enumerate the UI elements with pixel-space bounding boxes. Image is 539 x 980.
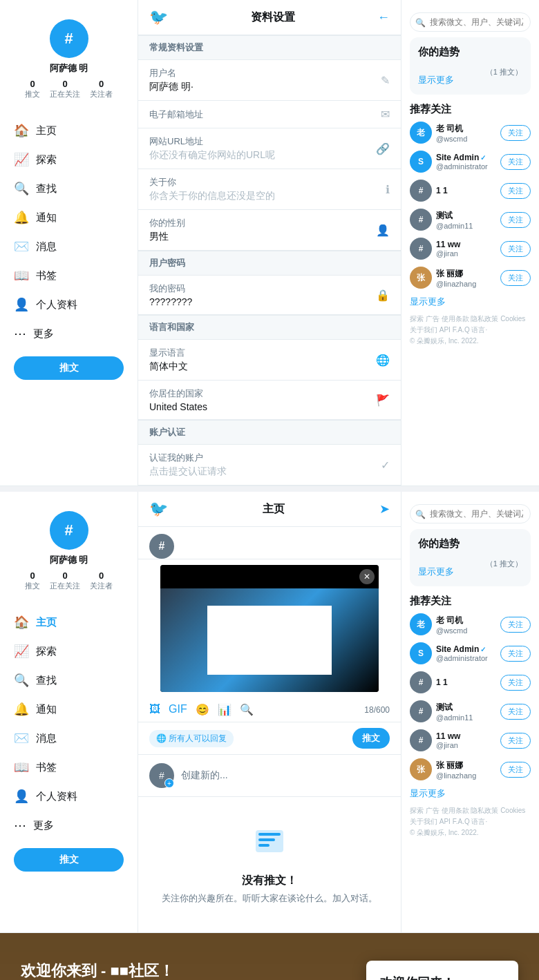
empty-state-title: 没有推文！ (242, 874, 297, 888)
website-field[interactable]: 网站URL地址 你还没有确定你网站的URL呢 🔗 (138, 128, 401, 169)
follow-button-0[interactable]: 关注 (500, 125, 531, 141)
rec-avatar-2: # (410, 180, 432, 202)
sidebar-item-notify-s2[interactable]: 🔔通知 (0, 695, 138, 724)
notify-icon-s2: 🔔 (14, 702, 29, 717)
search-input-s1[interactable] (410, 12, 531, 32)
more-icon-s2: ⋯ (14, 818, 26, 833)
stats-row: 0 推文 0 正在关注 0 关注者 (25, 79, 113, 99)
sidebar-item-profile-s2[interactable]: 👤个人资料 (0, 782, 138, 811)
email-field[interactable]: 电子邮箱地址 ✉ (138, 101, 401, 128)
trends-box-s1: 你的趋势 （1 推文） 显示更多 (410, 37, 531, 95)
poll-icon[interactable]: 📊 (218, 703, 231, 716)
gender-field[interactable]: 你的性别 男性 👤 (138, 210, 401, 251)
rec-avatar-s2-0: 老 (410, 613, 432, 635)
stats-row-s2: 0 推文 0 正在关注 0 关注者 (25, 570, 113, 591)
follow-button-s2-4[interactable]: 关注 (500, 733, 531, 749)
follow-button-s2-2[interactable]: 关注 (500, 675, 531, 691)
settings-section: # 阿萨德 明 0 推文 0 正在关注 0 关注者 🏠主页 📈探索 🔍 (0, 0, 539, 486)
follow-button-2[interactable]: 关注 (500, 183, 531, 199)
about-field[interactable]: 关于你 你含关于你的信息还没是空的 ℹ (138, 169, 401, 210)
home-title: 主页 (263, 502, 285, 517)
sidebar-item-notify[interactable]: 🔔通知 (0, 203, 138, 232)
home-header: 🐦 主页 ➤ (138, 492, 401, 527)
reply-option-button[interactable]: 🌐 所有人可以回复 (149, 730, 234, 747)
rec-user-s2-5: 张 张 丽娜 @linazhang 关注 (410, 758, 531, 780)
sidebar-item-explore-s2[interactable]: 📈探索 (0, 637, 138, 666)
sidebar-item-more-s2[interactable]: ⋯更多 (0, 811, 138, 840)
svg-rect-3 (258, 844, 270, 847)
password-field[interactable]: 我的密码 ???????? 🔒 (138, 276, 401, 315)
home-section: # 阿萨德 明 0 推文 0 正在关注 0 关注者 🏠主页 📈探索 🔍 (0, 492, 539, 933)
explore-icon: 📈 (14, 152, 29, 167)
gif-icon[interactable]: GIF (169, 703, 187, 716)
rec-avatar-s2-4: # (410, 729, 432, 751)
section-divider-1 (0, 486, 539, 492)
settings-section3-title: 语言和国家 (138, 315, 401, 340)
search-compose-icon[interactable]: 🔍 (240, 703, 254, 716)
tweet-button-s2[interactable]: 推文 (14, 848, 124, 872)
followers-stat-s2: 0 关注者 (90, 570, 113, 591)
sidebar-item-message[interactable]: ✉️消息 (0, 232, 138, 261)
verify-field[interactable]: 认证我的账户 点击提交认证请求 ✓ (138, 445, 401, 486)
sidebar-item-more[interactable]: ⋯更多 (0, 319, 138, 348)
nav-list-s2: 🏠主页 📈探索 🔍查找 🔔通知 ✉️消息 📖书签 👤个人资料 ⋯更多 (0, 608, 138, 840)
sidebar-item-message-s2[interactable]: ✉️消息 (0, 724, 138, 753)
verified-badge-s2-1: ✓ (480, 646, 486, 653)
login-card: 欢迎你回来！ 登录你的账号卡 电子邮地址 密码 登录 或者注册一个新户再登录 要… (366, 961, 518, 980)
follow-button-s2-5[interactable]: 关注 (500, 762, 531, 778)
empty-state-icon (253, 825, 286, 865)
sidebar-item-find[interactable]: 🔍查找 (0, 174, 138, 203)
send-icon[interactable]: ➤ (379, 501, 390, 517)
link-icon: 🔗 (376, 142, 390, 155)
show-more-recommend-s1[interactable]: 显示更多 (410, 296, 531, 308)
sidebar: # 阿萨德 明 0 推文 0 正在关注 0 关注者 🏠主页 📈探索 🔍 (0, 0, 138, 486)
settings-section1-title: 常规资料设置 (138, 35, 401, 60)
emoji-icon[interactable]: 😊 (196, 703, 209, 716)
sidebar-item-home-s2[interactable]: 🏠主页 (0, 608, 138, 637)
verified-badge-1: ✓ (480, 154, 486, 162)
rec-user-1: S Site Admin✓ @administrator 关注 (410, 151, 531, 173)
avatar-s2: # (50, 511, 88, 550)
settings-header: 🐦 资料设置 ← (138, 0, 401, 35)
message-icon: ✉️ (14, 239, 29, 254)
follow-button-s2-1[interactable]: 关注 (500, 646, 531, 662)
language-field[interactable]: 显示语言 简体中文 🌐 (138, 340, 401, 381)
follow-button-1[interactable]: 关注 (500, 154, 531, 170)
create-new-row: # + 创建新的... (138, 755, 401, 797)
rec-user-s2-1: S Site Admin✓ @administrator 关注 (410, 642, 531, 664)
sidebar-item-find-s2[interactable]: 🔍查找 (0, 666, 138, 695)
rec-avatar-s2-2: # (410, 671, 432, 693)
rec-user-s2-3: # 测试 @admin11 关注 (410, 700, 531, 722)
notify-icon: 🔔 (14, 210, 29, 225)
rec-user-2: # 1 1 关注 (410, 180, 531, 202)
home-icon: 🏠 (14, 123, 29, 138)
sidebar-item-bookmark[interactable]: 📖书签 (0, 261, 138, 290)
follow-button-5[interactable]: 关注 (500, 270, 531, 286)
follow-button-s2-0[interactable]: 关注 (500, 617, 531, 633)
sidebar-item-explore[interactable]: 📈探索 (0, 145, 138, 174)
search-input-s2[interactable] (410, 504, 531, 523)
sidebar-item-home[interactable]: 🏠主页 (0, 116, 138, 145)
email-icon: ✉ (381, 108, 390, 121)
svg-rect-1 (258, 833, 281, 836)
settings-section2-title: 用户密码 (138, 251, 401, 276)
bookmark-icon-s2: 📖 (14, 760, 29, 775)
show-more-recommend-s2[interactable]: 显示更多 (410, 787, 531, 800)
follow-button-s2-3[interactable]: 关注 (500, 704, 531, 720)
back-button[interactable]: ← (377, 10, 390, 25)
sidebar-item-profile[interactable]: 👤个人资料 (0, 290, 138, 319)
modal-close-button[interactable]: ✕ (359, 569, 375, 584)
rec-user-s2-0: 老 老 司机 @wscmd 关注 (410, 613, 531, 635)
tweet-submit-button[interactable]: 推文 (352, 728, 390, 749)
profile-icon: 👤 (14, 297, 29, 312)
follow-button-3[interactable]: 关注 (500, 212, 531, 228)
avatar-area-s2: # 阿萨德 明 0 推文 0 正在关注 0 关注者 (0, 503, 138, 602)
country-field[interactable]: 你居住的国家 United States 🚩 (138, 381, 401, 420)
rec-user-0: 老 老 司机 @wscmd 关注 (410, 122, 531, 144)
follow-button-4[interactable]: 关注 (500, 241, 531, 257)
edit-icon: ✎ (381, 74, 390, 87)
username-field[interactable]: 用户名 阿萨德 明· ✎ (138, 60, 401, 101)
image-icon[interactable]: 🖼 (149, 703, 160, 716)
tweet-button[interactable]: 推文 (14, 356, 124, 380)
sidebar-item-bookmark-s2[interactable]: 📖书签 (0, 753, 138, 782)
